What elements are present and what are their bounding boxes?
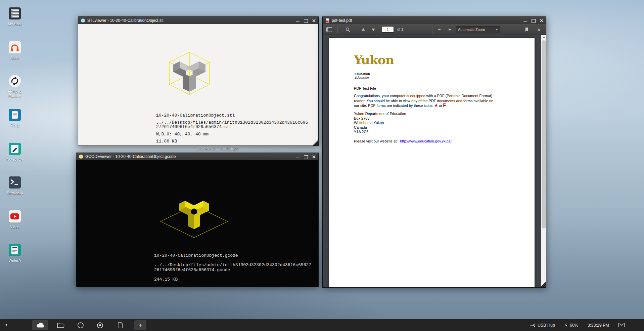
taskbar-expand-caret[interactable]: ▾ — [5, 322, 7, 327]
taskbar-new-button[interactable]: + — [134, 320, 146, 330]
maximize-button[interactable] — [304, 19, 308, 23]
document-icon — [118, 322, 123, 328]
acrobat-icon — [434, 104, 438, 109]
gcode-filename: 10-20-40-CalibrationObject.gcode — [154, 253, 238, 258]
gcodeviewer-app-icon — [79, 154, 83, 159]
paragraph-or: or — [439, 104, 442, 108]
maximize-button[interactable] — [304, 155, 308, 159]
desktop-icon-notepada[interactable]: NotepadA — [3, 141, 27, 162]
gcode-3d-viewport[interactable]: 10-20-40-CalibrationObject.gcode ../../D… — [76, 160, 318, 287]
minus-icon: − — [438, 27, 441, 32]
page-count-label: of 1 — [397, 27, 403, 31]
gcode-object-yellow — [179, 201, 209, 230]
website-line: Please visit our website at:http://www.e… — [354, 139, 452, 143]
zoom-level-dropdown[interactable]: Automatic Zoom ▾ — [456, 26, 500, 33]
file-fragment-label: 10-20-40-Ca — [194, 147, 218, 151]
desktop-icon-video[interactable]: Video — [3, 209, 27, 229]
taskbar-stlviewer-button[interactable] — [76, 320, 85, 330]
website-link[interactable]: http://www.education.gov.yk.ca/ — [400, 139, 451, 143]
stlviewer-app-icon — [81, 18, 85, 23]
zoom-in-button[interactable]: + — [446, 26, 454, 34]
taskbar: ▾ + USB Hub 60% 3:33:29 PM — [0, 319, 644, 331]
desktop-icon-label: Video — [10, 225, 19, 229]
address-line: Yukon Department of Education — [354, 112, 406, 116]
next-page-button[interactable] — [369, 26, 378, 34]
pdf-toolbar: of 1 − + Automatic Zoom ▾ » — [323, 24, 546, 35]
address-line: Y1A 2C6 — [354, 130, 406, 134]
secondary-toolbar-button[interactable]: » — [535, 26, 543, 34]
page-number-input[interactable] — [382, 26, 394, 33]
battery-tray-item[interactable]: 60% — [564, 323, 578, 328]
desktop-icon-terminala[interactable]: TerminalA — [3, 175, 27, 195]
window-title: STLviewer - 10-20-40-CalibrationObject.s… — [87, 18, 293, 23]
desktop-icon-writera[interactable]: WriterA — [3, 243, 27, 263]
address-line: Canada — [354, 125, 406, 130]
stl-filename: 10-20-40-CalibrationObject.stl — [156, 113, 235, 118]
usb-label: USB Hub — [538, 323, 555, 328]
zoom-level-value: Automatic Zoom — [458, 28, 494, 32]
previous-page-button[interactable] — [359, 26, 368, 34]
notepad-icon — [7, 141, 22, 156]
stl-model-render — [164, 49, 215, 103]
desktop-icon-filary[interactable]: Filary — [3, 108, 27, 128]
stl-3d-viewport[interactable]: 10-20-40-CalibrationObject.stl ../../Des… — [78, 24, 318, 146]
bookmark-icon — [525, 27, 529, 32]
desktop-icon-label: TerminalA — [7, 191, 23, 195]
close-button[interactable] — [539, 19, 544, 23]
clock[interactable]: 3:33:29 PM — [588, 323, 609, 328]
headphones-icon — [7, 40, 22, 55]
taskbar-gcodeviewer-button[interactable] — [95, 320, 105, 330]
scroll-up-arrow[interactable] — [541, 35, 546, 40]
yukon-logo-education: Education — [355, 72, 370, 76]
yukon-logo-education-fr: Éducation — [355, 76, 369, 79]
stl-filesize: 11.86 KB — [156, 139, 177, 144]
scrollbar-thumb[interactable] — [542, 40, 546, 229]
gcodeviewer-titlebar[interactable]: GCODEviewer - 10-20-40-CalibrationObject… — [76, 153, 318, 160]
window-title: GCODEviewer - 10-20-40-CalibrationObject… — [85, 154, 293, 159]
paragraph-line: our site. PDF forms are indicated by the… — [354, 104, 433, 108]
usb-tray-item[interactable]: USB Hub — [531, 323, 555, 328]
desktop-icon-ffmpeg-factory[interactable]: FFmpeg Factory — [3, 74, 27, 98]
find-button[interactable] — [343, 26, 352, 34]
desktop: { "desktop": { "icons": [ { "label": "My… — [0, 0, 644, 331]
file-manager-icon — [7, 108, 22, 122]
maximize-button[interactable] — [531, 19, 536, 23]
battery-percent-label: 60% — [570, 323, 578, 328]
desktop-icon-label: WriterA — [9, 258, 21, 263]
pdf-viewer-area[interactable]: Yukon Education Éducation PDF Test File … — [323, 35, 546, 287]
gcode-filepath-line1: ../../Desktop/files/admin/inith31302d323… — [154, 262, 311, 267]
writer-document-icon — [7, 243, 22, 257]
desktop-icon-audio[interactable]: Audio — [3, 40, 27, 60]
sidebar-toggle-icon — [326, 27, 332, 32]
zoom-out-button[interactable]: − — [435, 26, 444, 34]
system-tray: USB Hub 60% 3:33:29 PM — [531, 319, 644, 331]
desktop-icon-label: My Host — [8, 22, 21, 26]
close-button[interactable] — [312, 19, 316, 23]
arrow-down-icon — [371, 28, 375, 32]
gcode-filesize: 244.15 KB — [154, 277, 178, 282]
bookmark-button[interactable] — [522, 26, 531, 34]
taskbar-pdf-button[interactable] — [116, 320, 125, 330]
close-button[interactable] — [312, 155, 316, 159]
pdf-titlebar[interactable]: pdf-test.pdf — [323, 17, 546, 24]
minimize-button[interactable] — [295, 19, 300, 23]
app-circle-icon — [77, 322, 84, 329]
vertical-scrollbar[interactable] — [541, 35, 546, 287]
app-circle-dot-icon — [97, 322, 103, 329]
sidebar-toggle-button[interactable] — [325, 26, 333, 34]
minimize-button[interactable] — [523, 19, 527, 23]
desktop-icon-label: Audio — [10, 56, 19, 60]
minimize-button[interactable] — [295, 155, 300, 159]
stlviewer-titlebar[interactable]: STLviewer - 10-20-40-CalibrationObject.s… — [78, 17, 318, 24]
taskbar-files-button[interactable] — [56, 320, 66, 330]
paragraph-period: . — [447, 104, 448, 108]
plus-icon: + — [448, 27, 451, 32]
address-block: Yukon Department of Education Box 2703 W… — [354, 112, 406, 134]
folder-icon — [57, 323, 64, 328]
stl-filepath-line2: 2726174696f6e4f626a656374.stl — [156, 124, 232, 129]
website-label: Please visit our website at: — [354, 139, 398, 143]
plus-icon: + — [139, 322, 142, 328]
taskbar-cloud-button[interactable] — [32, 320, 48, 330]
desktop-icon-my-host[interactable]: My Host — [3, 6, 27, 26]
mail-tray-item[interactable] — [618, 323, 625, 327]
